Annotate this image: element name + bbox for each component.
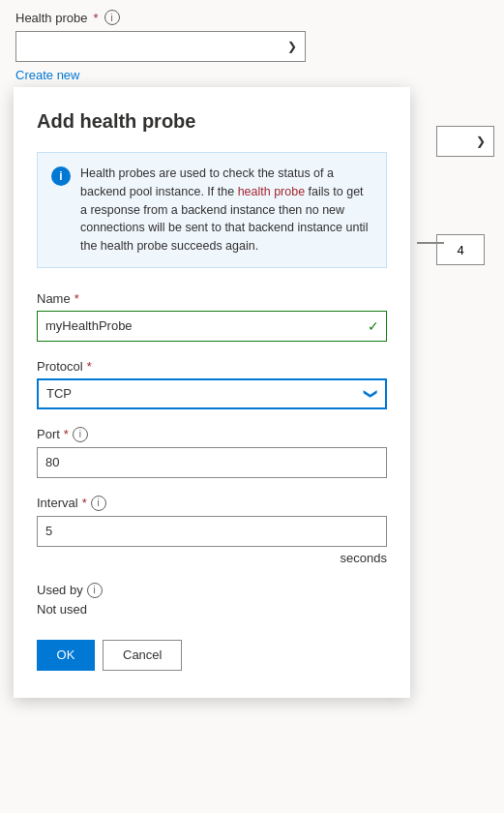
button-row: OK Cancel	[37, 640, 387, 671]
protocol-required-star: *	[87, 359, 92, 374]
right-panel-dropdown[interactable]: ❯	[436, 126, 494, 157]
port-label: Port * i	[37, 427, 387, 442]
health-probe-dropdown[interactable]: ❯	[15, 31, 306, 62]
add-health-probe-modal: Add health probe i Health probes are use…	[14, 87, 410, 698]
info-banner-text: Health probes are used to check the stat…	[80, 165, 372, 256]
not-used-text: Not used	[37, 602, 387, 617]
protocol-field: Protocol * TCP ❯	[37, 359, 387, 409]
name-required-star: *	[74, 291, 79, 306]
seconds-label: seconds	[37, 551, 387, 565]
health-probe-info-icon[interactable]: i	[104, 10, 120, 25]
port-field: Port * i	[37, 427, 387, 478]
interval-info-icon[interactable]: i	[91, 496, 106, 511]
name-label: Name *	[37, 291, 387, 306]
cancel-button[interactable]: Cancel	[103, 640, 182, 671]
protocol-chevron-icon: ❯	[364, 388, 379, 400]
info-banner-icon: i	[51, 166, 71, 186]
interval-input[interactable]	[37, 516, 387, 547]
interval-field: Interval * i seconds	[37, 496, 387, 565]
create-new-link[interactable]: Create new	[15, 68, 79, 82]
name-field: Name * ✓	[37, 291, 387, 342]
info-text-highlight: health probe	[238, 185, 306, 198]
used-by-info-icon[interactable]: i	[87, 583, 103, 598]
required-star: *	[93, 11, 98, 25]
interval-required-star: *	[82, 496, 87, 510]
used-by-section: Used by i Not used	[37, 583, 387, 617]
right-number-box: 4	[436, 234, 485, 265]
protocol-selected-value: TCP	[46, 386, 72, 401]
protocol-dropdown[interactable]: TCP ❯	[37, 378, 387, 409]
health-probe-label: Health probe	[15, 11, 87, 25]
right-chevron-icon: ❯	[476, 135, 486, 148]
port-info-icon[interactable]: i	[73, 427, 88, 442]
port-required-star: *	[64, 427, 69, 441]
interval-label: Interval * i	[37, 496, 387, 511]
port-input[interactable]	[37, 447, 387, 478]
check-icon: ✓	[368, 318, 379, 334]
used-by-label: Used by i	[37, 583, 387, 598]
health-probe-chevron-icon: ❯	[287, 40, 297, 53]
ok-button[interactable]: OK	[37, 640, 95, 671]
modal-title: Add health probe	[37, 110, 387, 133]
protocol-label: Protocol *	[37, 359, 387, 374]
info-banner: i Health probes are used to check the st…	[37, 152, 387, 268]
name-input[interactable]	[37, 311, 387, 342]
